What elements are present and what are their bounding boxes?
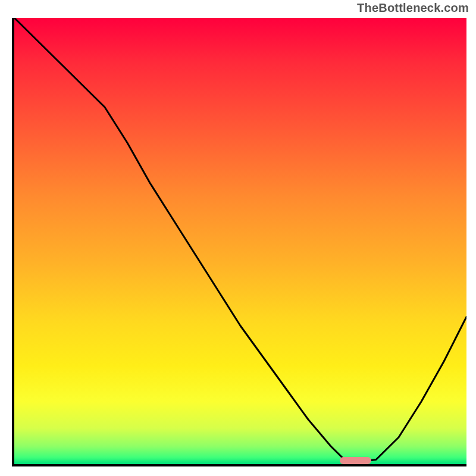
chart-container: TheBottleneck.com	[0, 0, 476, 476]
watermark-text: TheBottleneck.com	[357, 1, 469, 15]
bottleneck-curve	[14, 18, 466, 464]
optimal-zone-marker	[340, 457, 371, 464]
plot-area	[12, 18, 466, 466]
